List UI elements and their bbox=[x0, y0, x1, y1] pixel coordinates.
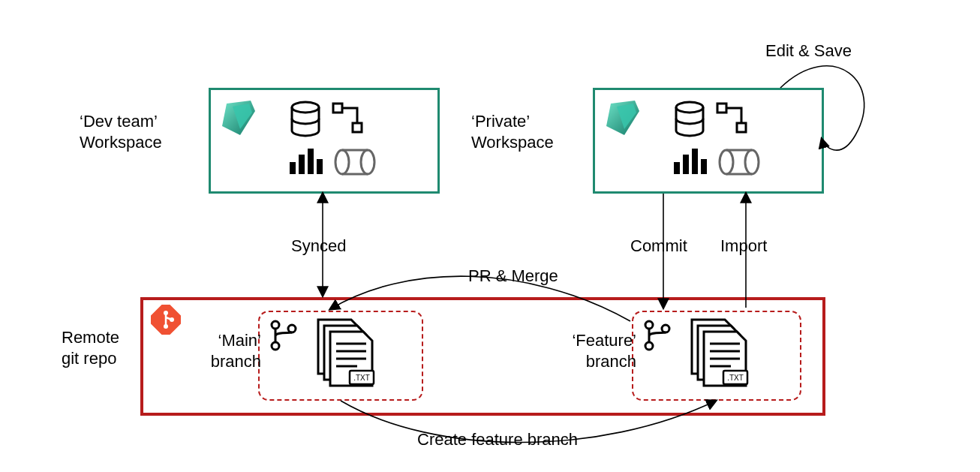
arrows-layer bbox=[0, 0, 980, 472]
diagram-canvas: ‘Dev team’ Workspace ‘Private’ Workspace bbox=[0, 0, 980, 472]
commit-label: Commit bbox=[630, 236, 687, 257]
synced-label: Synced bbox=[291, 236, 346, 257]
edit-save-label: Edit & Save bbox=[765, 41, 852, 62]
pr-merge-label: PR & Merge bbox=[468, 266, 558, 287]
edit-save-loop-arrow bbox=[780, 66, 864, 150]
create-feature-branch-label: Create feature branch bbox=[417, 429, 578, 450]
import-label: Import bbox=[720, 236, 767, 257]
